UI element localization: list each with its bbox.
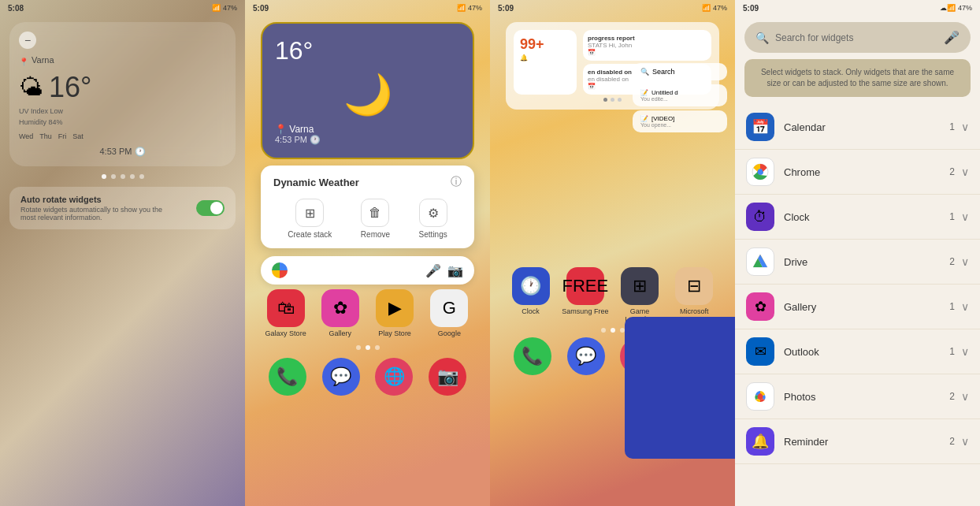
toggle-thumb (210, 202, 223, 214)
outlook-app-icon: ✉ (746, 337, 774, 366)
autorotate-description: Rotate widgets automatically to show you… (20, 206, 178, 221)
autorotate-title: Auto rotate widgets (20, 195, 178, 204)
weather-location: 📍 Varna (275, 124, 460, 135)
minimize-button[interactable]: − (19, 32, 36, 49)
info-icon: ⓘ (451, 175, 462, 189)
dot-1 (102, 174, 106, 179)
drive-name: Drive (784, 256, 949, 268)
status-bar-3: 5:09 📶 47% (490, 0, 735, 16)
google-label: Google (438, 329, 461, 337)
create-stack-icon: ⊞ (295, 199, 324, 227)
google-logo (272, 262, 288, 278)
photos-chevron: ∨ (961, 390, 969, 403)
clock-icon: 🕐 (512, 267, 550, 305)
app-clock[interactable]: 🕐 Clock (506, 267, 555, 323)
instruction-text: Select widgets to stack. Only widgets th… (744, 59, 971, 97)
samsung-free-icon: FREE (566, 267, 604, 305)
app-gallery[interactable]: ✿ Gallery (315, 289, 365, 337)
dot2-2 (366, 345, 370, 350)
camera-dock-icon[interactable]: 📷 (429, 358, 466, 396)
list-item-drive[interactable]: Drive 2 ∨ (735, 240, 980, 285)
list-item-clock[interactable]: ⏱ Clock 1 ∨ (735, 195, 980, 240)
forecast-thu: Thu (39, 132, 52, 140)
photos-count: 2 (949, 391, 955, 402)
list-item-outlook[interactable]: ✉ Outlook 1 ∨ (735, 329, 980, 374)
widget-list: 📅 Calendar 1 ∨ Chrome 2 ∨ ⏱ Clock 1 (735, 105, 980, 464)
clock-app-icon: ⏱ (746, 203, 774, 231)
mic-icon[interactable]: 🎤 (425, 263, 441, 278)
messages-dock-icon[interactable]: 💬 (322, 358, 360, 396)
time-1: 5:08 (8, 4, 24, 13)
calendar-chevron: ∨ (961, 121, 969, 133)
settings-action[interactable]: ⚙ Settings (419, 199, 447, 239)
phone-panel-1: 5:08 📶 47% − 📍 Varna 🌤 16° UV Index Low … (0, 0, 245, 506)
settings-icon: ⚙ (419, 199, 447, 227)
microsoft-icon: ⊟ (675, 267, 713, 305)
badge-widget: 99+ 🔔 (514, 30, 577, 95)
app-microsoft[interactable]: ⊟ Microsoft (670, 267, 719, 323)
forecast-wed: Wed (19, 132, 33, 140)
video-label: [VIDEO] (651, 115, 674, 122)
forecast-row: Wed Thu Fri Sat (19, 132, 226, 140)
remove-action[interactable]: 🗑 Remove (361, 199, 390, 239)
weather-time: 4:53 PM 🕐 (275, 135, 460, 145)
battery-1: 📶 47% (212, 4, 237, 12)
photos-name: Photos (784, 391, 949, 403)
gallery-count: 1 (949, 301, 955, 312)
reminder-count: 2 (949, 436, 955, 447)
samsung-free-label: Samsung Free (562, 307, 608, 315)
time-2: 5:09 (253, 4, 269, 13)
search-widget[interactable]: 🔍 Search (633, 63, 727, 80)
video-widget: 📝 [VIDEO] You opene... (633, 110, 727, 132)
page-dots (0, 174, 245, 179)
gallery-label: Gallery (329, 329, 352, 337)
microsoft-label: Microsoft (680, 307, 709, 315)
reminder-chevron: ∨ (961, 435, 969, 448)
internet-dock-icon[interactable]: 🌐 (375, 358, 413, 396)
clock-name: Clock (784, 211, 949, 223)
play-store-icon: ▶ (376, 289, 414, 327)
dot2-1 (356, 345, 361, 350)
app-game-launcher[interactable]: ⊞ Game Launcher (615, 267, 665, 323)
weather-widget-2[interactable]: 16° 🌙 📍 Varna 4:53 PM 🕐 (261, 22, 474, 159)
chrome-chevron: ∨ (961, 166, 969, 178)
app-google[interactable]: G Google (425, 289, 474, 337)
drive-chevron: ∨ (961, 255, 969, 268)
dot-5 (139, 174, 144, 179)
list-item-photos[interactable]: Photos 2 ∨ (735, 374, 980, 419)
google-search-bar[interactable]: 🎤 📷 (261, 256, 474, 285)
app-samsung-free[interactable]: FREE Samsung Free (560, 267, 610, 323)
messages-dock-icon-3[interactable]: 💬 (567, 337, 605, 375)
context-title: Dynamic Weather (273, 177, 359, 188)
drive-app-icon (746, 247, 774, 276)
list-item-calendar[interactable]: 📅 Calendar 1 ∨ (735, 105, 980, 150)
create-stack-action[interactable]: ⊞ Create stack (288, 199, 332, 239)
phone-dock-icon[interactable]: 📞 (269, 358, 306, 396)
settings-label: Settings (419, 230, 447, 239)
weather-widget-1[interactable]: − 📍 Varna 🌤 16° UV Index Low Humidity 84… (9, 22, 236, 166)
list-item-chrome[interactable]: Chrome 2 ∨ (735, 150, 980, 195)
temp-large: 16° (275, 36, 460, 65)
autorotate-toggle[interactable] (196, 200, 225, 216)
gallery-app-icon: ✿ (746, 292, 774, 321)
dot-3 (121, 174, 125, 179)
time-4: 5:09 (743, 4, 759, 13)
time-3: 5:09 (498, 4, 514, 13)
right-widgets: 🔍 Search 📝 Untitled d You edite... 📝 [VI… (633, 63, 727, 132)
app-galaxy-store[interactable]: 🛍 Galaxy Store (261, 289, 310, 337)
phone-dock-icon-3[interactable]: 📞 (514, 337, 551, 375)
list-item-gallery[interactable]: ✿ Gallery 1 ∨ (735, 285, 980, 329)
clock-label: Clock (522, 307, 540, 315)
dot2-3 (375, 345, 380, 350)
widget-search-bar[interactable]: 🔍 Search for widgets 🎤 (744, 22, 971, 53)
context-menu: Dynamic Weather ⓘ ⊞ Create stack 🗑 Remov… (261, 166, 474, 248)
moon-icon: 🌙 (275, 72, 460, 117)
lens-icon[interactable]: 📷 (447, 263, 463, 278)
search-icon: 🔍 (755, 32, 769, 44)
app-play-store[interactable]: ▶ Play Store (370, 289, 420, 337)
dot-4 (130, 174, 135, 179)
outlook-chevron: ∨ (961, 345, 969, 358)
mic-search-icon[interactable]: 🎤 (944, 30, 960, 45)
list-item-reminder[interactable]: 🔔 Reminder 2 ∨ (735, 419, 980, 464)
reminder-name: Reminder (784, 436, 949, 448)
